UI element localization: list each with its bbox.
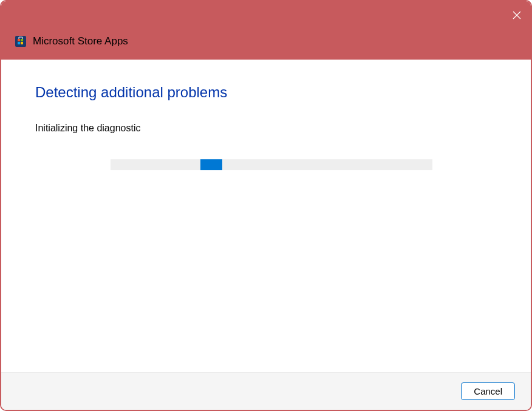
close-button[interactable] [503, 1, 531, 29]
close-icon [513, 11, 521, 19]
svg-rect-6 [21, 42, 23, 44]
page-heading: Detecting additional problems [35, 84, 497, 101]
status-text: Initializing the diagnostic [35, 123, 497, 134]
titlebar-content: Microsoft Store Apps [1, 29, 531, 54]
cancel-button[interactable]: Cancel [461, 382, 515, 400]
svg-rect-4 [21, 39, 23, 41]
titlebar-controls [1, 1, 531, 29]
content-area: Detecting additional problems Initializi… [1, 60, 531, 372]
svg-rect-3 [18, 39, 20, 41]
store-app-icon [15, 35, 27, 47]
app-title: Microsoft Store Apps [33, 35, 128, 47]
titlebar: Microsoft Store Apps [1, 1, 531, 60]
troubleshooter-window: Microsoft Store Apps Detecting additiona… [0, 0, 532, 411]
progress-bar [111, 159, 432, 170]
svg-rect-5 [18, 42, 20, 44]
progress-indicator [200, 159, 222, 170]
footer-bar: Cancel [1, 372, 531, 410]
